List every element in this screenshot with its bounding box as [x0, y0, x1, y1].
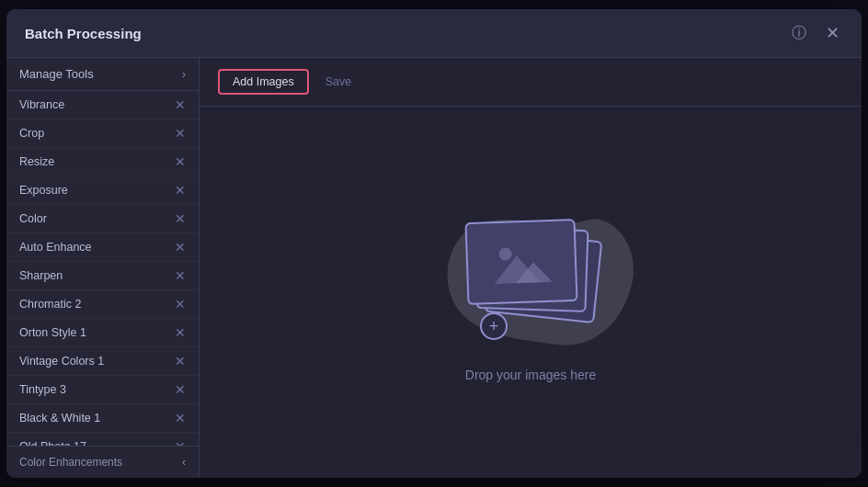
- close-button[interactable]: ✕: [821, 22, 843, 44]
- modal-header: Batch Processing ⓘ ✕: [6, 9, 862, 58]
- tool-item[interactable]: Chromatic 2✕: [6, 290, 199, 319]
- tool-name: Vibrance: [19, 98, 64, 111]
- svg-point-9: [498, 247, 511, 260]
- tool-item[interactable]: Vintage Colors 1✕: [6, 347, 199, 376]
- add-images-button[interactable]: Add Images: [218, 69, 309, 95]
- tool-name: Exposure: [19, 184, 68, 197]
- sidebar: Manage Tools › Vibrance✕Crop✕Resize✕Expo…: [6, 58, 200, 478]
- tool-item[interactable]: Exposure✕: [6, 176, 199, 205]
- tool-name: Tintype 3: [19, 383, 66, 396]
- mountain-icon-3: [488, 235, 554, 288]
- tool-name: Black & White 1: [19, 412, 100, 425]
- tool-remove-icon[interactable]: ✕: [175, 355, 186, 368]
- tool-name: Vintage Colors 1: [19, 355, 104, 368]
- tool-item[interactable]: Orton Style 1✕: [6, 319, 199, 347]
- tool-remove-icon[interactable]: ✕: [175, 412, 186, 425]
- manage-tools-label: Manage Tools: [19, 67, 94, 81]
- tool-remove-icon[interactable]: ✕: [175, 241, 186, 254]
- modal-title: Batch Processing: [25, 26, 142, 41]
- tool-name: Resize: [19, 155, 54, 168]
- tool-name: Sharpen: [19, 269, 63, 282]
- drop-zone-text: Drop your images here: [465, 368, 596, 382]
- modal-overlay: Batch Processing ⓘ ✕ Manage Tools › Vibr…: [0, 0, 868, 487]
- tool-name: Auto Enhance: [19, 241, 92, 254]
- tool-item[interactable]: Tintype 3✕: [6, 376, 199, 404]
- tool-remove-icon[interactable]: ✕: [175, 269, 186, 282]
- modal-header-actions: ⓘ ✕: [788, 22, 843, 44]
- tool-remove-icon[interactable]: ✕: [175, 155, 186, 168]
- drop-illustration: +: [439, 202, 622, 349]
- tool-list: Vibrance✕Crop✕Resize✕Exposure✕Color✕Auto…: [6, 91, 199, 446]
- manage-tools-arrow-icon: ›: [182, 68, 186, 81]
- tool-name: Orton Style 1: [19, 326, 86, 339]
- sidebar-footer[interactable]: Color Enhancements ‹: [6, 446, 199, 478]
- sidebar-footer-label: Color Enhancements: [19, 456, 122, 469]
- tool-remove-icon[interactable]: ✕: [175, 127, 186, 140]
- tool-item[interactable]: Auto Enhance✕: [6, 233, 199, 262]
- tool-name: Chromatic 2: [19, 298, 81, 311]
- modal-body: Manage Tools › Vibrance✕Crop✕Resize✕Expo…: [6, 58, 862, 478]
- tool-item[interactable]: Resize✕: [6, 148, 199, 176]
- tool-item[interactable]: Color✕: [6, 205, 199, 233]
- tool-remove-icon[interactable]: ✕: [175, 98, 186, 111]
- plus-symbol: +: [489, 317, 499, 336]
- tool-name: Color: [19, 212, 47, 225]
- add-circle-icon: +: [480, 312, 508, 340]
- tool-item[interactable]: Old Photo 17✕: [6, 433, 199, 446]
- tool-remove-icon[interactable]: ✕: [175, 298, 186, 311]
- save-button[interactable]: Save: [316, 71, 361, 93]
- tool-item[interactable]: Black & White 1✕: [6, 404, 199, 433]
- toolbar: Add Images Save: [200, 58, 862, 107]
- main-content: Add Images Save: [200, 58, 862, 478]
- tool-remove-icon[interactable]: ✕: [175, 184, 186, 197]
- image-card-front: [464, 219, 577, 305]
- tool-remove-icon[interactable]: ✕: [175, 326, 186, 339]
- tool-item[interactable]: Crop✕: [6, 119, 199, 148]
- tool-name: Crop: [19, 127, 44, 140]
- sidebar-footer-arrow-icon: ‹: [182, 456, 186, 469]
- tool-remove-icon[interactable]: ✕: [175, 212, 186, 225]
- drop-zone[interactable]: + Drop your images here: [200, 107, 862, 478]
- tool-item[interactable]: Vibrance✕: [6, 91, 199, 119]
- tool-item[interactable]: Sharpen✕: [6, 262, 199, 290]
- manage-tools-row[interactable]: Manage Tools ›: [6, 58, 199, 91]
- batch-processing-modal: Batch Processing ⓘ ✕ Manage Tools › Vibr…: [6, 9, 862, 478]
- tool-remove-icon[interactable]: ✕: [175, 383, 186, 396]
- info-icon[interactable]: ⓘ: [788, 22, 810, 44]
